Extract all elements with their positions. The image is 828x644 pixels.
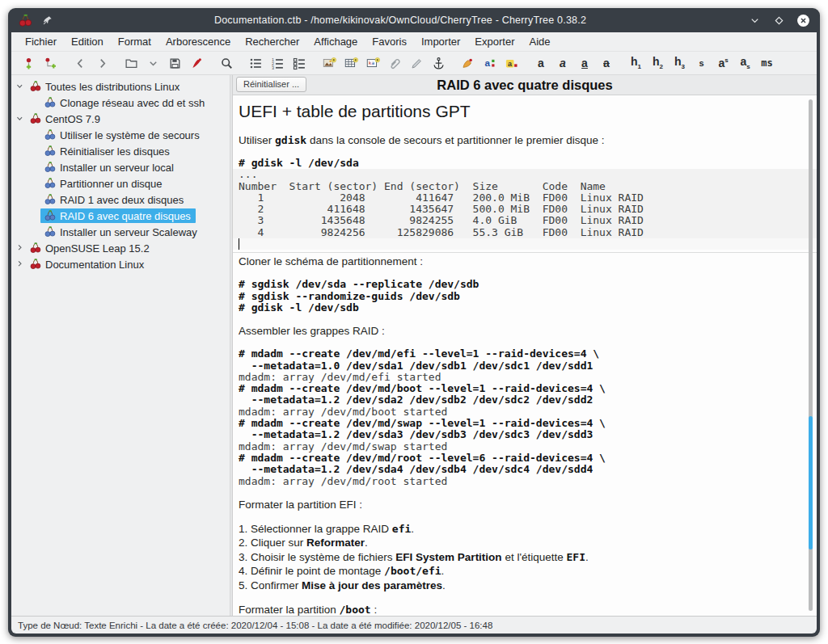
tree-item-utiliser-le-systeme-de-secours[interactable]: Utiliser le système de secours (11, 127, 230, 143)
strikethrough-button[interactable]: a (598, 54, 615, 72)
bulleted-list-button[interactable] (247, 54, 265, 72)
tree-item-installer-un-serveur-scaleway[interactable]: Installer un serveur Scaleway (11, 224, 230, 240)
tree-item-toutes-les-distributions-linux[interactable]: Toutes les distributions Linux (11, 78, 230, 95)
text-segment: # gdisk -l /dev/sdb (239, 301, 359, 314)
open-folder-button[interactable] (123, 54, 141, 72)
tree-item-label: Partitionner un disque (60, 178, 162, 190)
tree-item-clonage-reseau-avec-dd-et-ssh[interactable]: Clonage réseau avec dd et ssh (11, 95, 230, 111)
insert-link-button[interactable] (408, 54, 425, 72)
tree-item-documentation-linux[interactable]: Documentation Linux (11, 256, 230, 272)
insert-table-button[interactable] (342, 54, 360, 72)
foreground-color-button[interactable]: a (481, 54, 499, 72)
tree-item-core: Réinitialiser les disques (40, 144, 175, 158)
maximize-button[interactable] (771, 13, 786, 27)
go-forward-button[interactable] (93, 54, 111, 72)
subscript-button[interactable]: as (737, 54, 754, 72)
text-segment: et l'étiquette (502, 551, 567, 563)
insert-codebox-icon: ka (366, 57, 380, 70)
tree-item-opensuse-leap-15-2[interactable]: OpenSUSE Leap 15.2 (11, 240, 230, 256)
background-color-icon: a (505, 57, 518, 70)
insert-anchor-button[interactable] (429, 54, 447, 72)
text-segment: EFI System Partition (395, 551, 501, 563)
italic-button[interactable]: a (554, 54, 572, 72)
cherry-blue-icon (44, 161, 57, 174)
text-line: --metadata=1.2 /dev/sda4 /dev/sdb4 /dev/… (233, 464, 817, 475)
attach-file-button[interactable] (386, 54, 403, 72)
menu-edition[interactable]: Edition (64, 33, 111, 50)
titlebar[interactable]: Documentation.ctb - /home/kikinovak/OwnC… (11, 8, 817, 32)
find-button[interactable] (218, 54, 235, 72)
menu-format[interactable]: Format (111, 33, 158, 50)
format-latest-button[interactable] (459, 54, 477, 72)
add-node-button[interactable] (20, 54, 38, 72)
cherry-red-icon (29, 242, 42, 255)
titlebar-left-icons (18, 13, 53, 28)
rich-text-editor[interactable]: UEFI + table de partitions GPTUtiliser g… (233, 95, 817, 616)
expander-placeholder (29, 162, 40, 173)
menu-aide[interactable]: Aide (522, 33, 558, 50)
text-segment: Assembler les grappes RAID : (239, 325, 385, 337)
tree-item-reinitialiser-les-disques[interactable]: Réinitialiser les disques (11, 143, 230, 159)
tree-item-partitionner-un-disque[interactable]: Partitionner un disque (11, 175, 230, 192)
text-segment: --metadata=1.0 /dev/sda1 /dev/sdb1 /dev/… (239, 360, 593, 372)
pin-icon[interactable] (41, 15, 53, 27)
text-segment: mdadm: array /dev/md/boot started (239, 406, 447, 418)
insert-codebox-button[interactable]: ka (364, 54, 382, 72)
insert-image-button[interactable] (320, 54, 338, 72)
text-segment: mdadm: array /dev/md/root started (239, 475, 447, 487)
expander-collapsed-icon[interactable] (15, 242, 26, 254)
text-segment: Utiliser (239, 134, 275, 146)
italic-icon: a (560, 57, 566, 69)
text-segment: Reformater (306, 537, 365, 549)
nav-dropdown-button[interactable] (145, 54, 163, 72)
nav-dropdown-icon (146, 57, 160, 70)
monospace-button[interactable]: ms (758, 54, 776, 72)
menu-affichage[interactable]: Affichage (306, 33, 365, 50)
small-button[interactable]: s (693, 54, 711, 72)
svg-text:a: a (485, 57, 491, 68)
vertical-scrollbar[interactable] (809, 99, 813, 611)
expander-expanded-icon[interactable] (15, 81, 26, 92)
numbered-list-button[interactable]: 123 (269, 54, 287, 72)
close-icon (796, 14, 810, 27)
tree-item-label: Toutes les distributions Linux (45, 81, 180, 93)
go-back-button[interactable] (71, 54, 89, 72)
export-pdf-button[interactable] (188, 54, 206, 72)
node-tree-panel[interactable]: Toutes les distributions LinuxClonage ré… (11, 75, 230, 616)
todo-list-icon (293, 57, 306, 70)
text-segment: efi (392, 523, 411, 535)
expander-expanded-icon[interactable] (15, 113, 26, 124)
window-title: Documentation.ctb - /home/kikinovak/OwnC… (53, 15, 747, 26)
tree-item-installer-un-serveur-local[interactable]: Installer un serveur local (11, 159, 230, 175)
bold-button[interactable]: a (532, 54, 550, 72)
add-subnode-button[interactable] (42, 54, 60, 72)
text-segment: mdadm: array /dev/md/swap started (239, 440, 447, 452)
menu-arborescence[interactable]: Arborescence (158, 33, 238, 50)
todo-list-button[interactable] (291, 54, 309, 72)
close-button[interactable] (796, 13, 810, 27)
tree-item-centos-7-9[interactable]: CentOS 7.9 (11, 111, 230, 127)
h1-button[interactable]: h1 (627, 54, 645, 72)
reinitialiser-button[interactable]: Réinitialiser ... (236, 77, 306, 92)
menu-importer[interactable]: Importer (414, 33, 467, 50)
toolbar: 123kaaaaaaah1h2h3sasasms (11, 52, 817, 75)
superscript-button[interactable]: as (715, 54, 733, 72)
save-button[interactable] (167, 54, 184, 72)
tree-item-raid-6-avec-quatre-disques[interactable]: RAID 6 avec quatre disques (11, 208, 230, 224)
h1-icon: h1 (631, 56, 641, 70)
menu-fichier[interactable]: Fichier (18, 33, 64, 50)
menu-favoris[interactable]: Favoris (365, 33, 414, 50)
text-segment: 1. Sélectionner la grappe RAID (239, 523, 392, 535)
minimize-button[interactable] (747, 13, 762, 27)
expander-collapsed-icon[interactable] (15, 259, 26, 270)
h3-button[interactable]: h3 (671, 54, 689, 72)
menu-rechercher[interactable]: Rechercher (238, 33, 306, 50)
underline-button[interactable]: a (576, 54, 594, 72)
tree-item-raid-1-avec-deux-disques[interactable]: RAID 1 avec deux disques (11, 192, 230, 208)
h2-button[interactable]: h2 (649, 54, 667, 72)
background-color-button[interactable]: a (503, 54, 521, 72)
blank-line (233, 487, 817, 499)
scrollbar-thumb[interactable] (809, 416, 813, 549)
text-segment: # mdadm --create /dev/md/efi --level=1 -… (239, 347, 599, 360)
menu-exporter[interactable]: Exporter (467, 33, 522, 50)
